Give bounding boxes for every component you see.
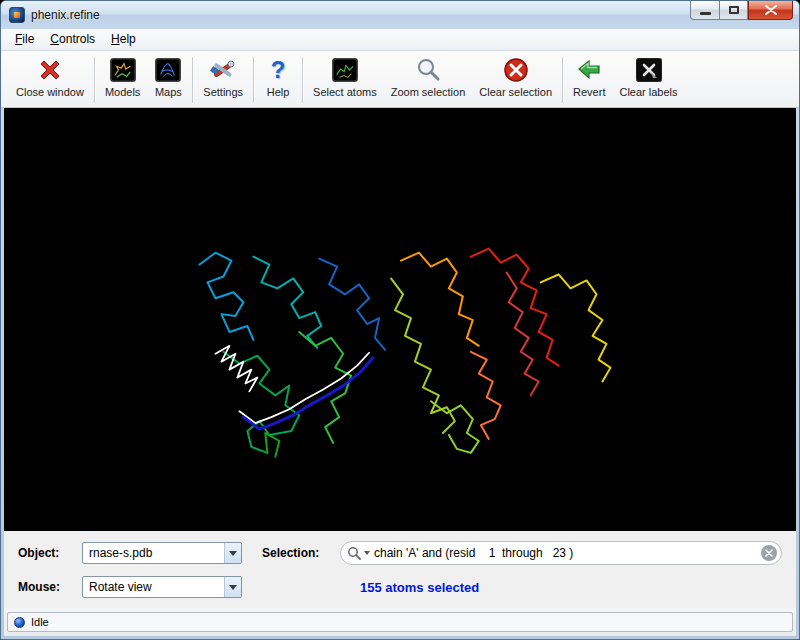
revert-button[interactable]: Revert	[566, 55, 612, 99]
molecule-render	[4, 108, 796, 531]
status-bar: Idle	[4, 608, 796, 636]
close-button[interactable]	[748, 1, 793, 20]
selection-label: Selection:	[262, 546, 340, 560]
object-dropdown[interactable]: rnase-s.pdb	[82, 542, 242, 564]
toolbar-label: Help	[267, 86, 290, 98]
clear-selection-button[interactable]: Clear selection	[472, 55, 559, 99]
clear-search-icon	[765, 549, 773, 557]
toolbar-label: Clear selection	[479, 86, 552, 98]
close-window-button[interactable]: Close window	[9, 55, 91, 99]
maps-icon	[154, 56, 182, 84]
selection-searchbox[interactable]	[340, 541, 782, 565]
toolbar-label: Settings	[203, 86, 243, 98]
toolbar-label: Maps	[155, 86, 182, 98]
search-options-arrow-icon	[364, 551, 370, 555]
toolbar-label: Zoom selection	[391, 86, 466, 98]
mouse-value: Rotate view	[83, 580, 224, 594]
models-icon	[109, 56, 137, 84]
clear-labels-button[interactable]: Clear labels	[612, 55, 684, 99]
maximize-button[interactable]	[719, 1, 748, 20]
status-text: Idle	[31, 616, 49, 628]
maximize-icon	[729, 6, 739, 14]
status-field: Idle	[7, 612, 793, 632]
settings-icon	[209, 56, 237, 84]
object-label: Object:	[18, 546, 82, 560]
minimize-icon	[700, 12, 711, 15]
select-atoms-button[interactable]: Select atoms	[306, 55, 384, 99]
menu-bar: File Controls Help	[1, 29, 799, 51]
close-window-icon	[36, 56, 64, 84]
zoom-selection-button[interactable]: Zoom selection	[384, 55, 473, 99]
menu-controls[interactable]: Controls	[42, 29, 103, 49]
app-icon	[9, 7, 25, 23]
mouse-label: Mouse:	[18, 580, 82, 594]
settings-button[interactable]: Settings	[196, 55, 250, 99]
toolbar: Close window Models Maps	[1, 51, 799, 109]
toolbar-separator	[94, 57, 95, 103]
chevron-down-icon[interactable]	[224, 543, 241, 563]
toolbar-label: Models	[105, 86, 140, 98]
toolbar-separator	[302, 57, 303, 103]
maps-button[interactable]: Maps	[147, 55, 189, 99]
toolbar-separator	[562, 57, 563, 103]
object-value: rnase-s.pdb	[83, 546, 224, 560]
molecule-viewport[interactable]	[4, 108, 796, 531]
control-panel: Object: rnase-s.pdb Selection:	[4, 531, 796, 608]
window-title: phenix.refine	[31, 8, 100, 22]
close-icon	[765, 5, 777, 15]
status-led-icon	[14, 617, 25, 628]
menu-file[interactable]: File	[7, 29, 42, 49]
help-button[interactable]: ? Help	[257, 55, 299, 99]
clear-search-button[interactable]	[761, 545, 777, 561]
toolbar-separator	[253, 57, 254, 103]
toolbar-label: Select atoms	[313, 86, 377, 98]
toolbar-separator	[192, 57, 193, 103]
models-button[interactable]: Models	[98, 55, 147, 99]
title-bar[interactable]: phenix.refine	[1, 1, 799, 29]
mouse-dropdown[interactable]: Rotate view	[82, 576, 242, 598]
toolbar-label: Close window	[16, 86, 84, 98]
select-atoms-icon	[331, 56, 359, 84]
chevron-down-icon[interactable]	[224, 577, 241, 597]
toolbar-label: Revert	[573, 86, 605, 98]
toolbar-label: Clear labels	[619, 86, 677, 98]
minimize-button[interactable]	[690, 1, 719, 20]
revert-icon	[575, 56, 603, 84]
search-icon[interactable]	[347, 546, 370, 561]
selection-input[interactable]	[374, 546, 761, 560]
app-window: phenix.refine File Controls Help Close w…	[0, 0, 800, 640]
atoms-selected-text: 155 atoms selected	[360, 580, 479, 595]
help-icon: ?	[264, 56, 292, 84]
clear-labels-icon	[635, 56, 663, 84]
zoom-selection-icon	[414, 56, 442, 84]
menu-help[interactable]: Help	[103, 29, 144, 49]
clear-selection-icon	[502, 56, 530, 84]
